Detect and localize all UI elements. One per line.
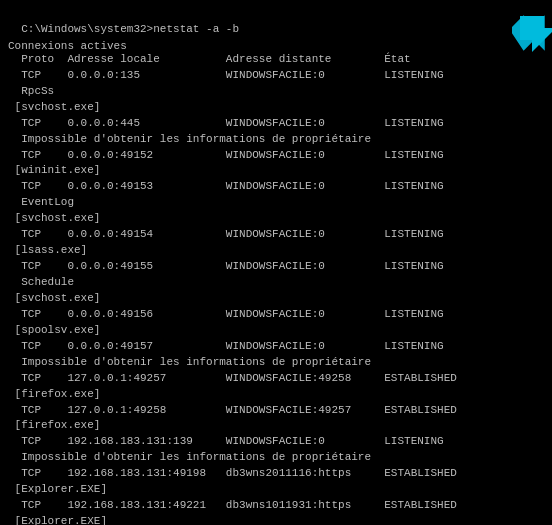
- terminal-line: Impossible d'obtenir les informations de…: [8, 450, 544, 466]
- terminal-line: [firefox.exe]: [8, 387, 544, 403]
- terminal-line: Proto Adresse locale Adresse distante Ét…: [8, 52, 544, 68]
- terminal-line: TCP 0.0.0.0:49153 WINDOWSFACILE:0 LISTEN…: [8, 179, 544, 195]
- terminal-line: Impossible d'obtenir les informations de…: [8, 132, 544, 148]
- terminal-line: TCP 0.0.0.0:49152 WINDOWSFACILE:0 LISTEN…: [8, 148, 544, 164]
- connexions-title: Connexions actives: [8, 40, 544, 52]
- terminal-line: [lsass.exe]: [8, 243, 544, 259]
- terminal-line: [svchost.exe]: [8, 291, 544, 307]
- terminal-line: TCP 192.168.183.131:49221 db3wns1011931:…: [8, 498, 544, 514]
- terminal-line: TCP 0.0.0.0:445 WINDOWSFACILE:0 LISTENIN…: [8, 116, 544, 132]
- terminal-line: [svchost.exe]: [8, 100, 544, 116]
- terminal-line: RpcSs: [8, 84, 544, 100]
- terminal-line: [wininit.exe]: [8, 163, 544, 179]
- terminal-line: EventLog: [8, 195, 544, 211]
- terminal-line: TCP 0.0.0.0:49155 WINDOWSFACILE:0 LISTEN…: [8, 259, 544, 275]
- terminal-line: [spoolsv.exe]: [8, 323, 544, 339]
- terminal-line: [Explorer.EXE]: [8, 482, 544, 498]
- terminal-line: [Explorer.EXE]: [8, 514, 544, 525]
- terminal-output: Proto Adresse locale Adresse distante Ét…: [8, 52, 544, 525]
- terminal-line: Schedule: [8, 275, 544, 291]
- terminal-line: TCP 192.168.183.131:139 WINDOWSFACILE:0 …: [8, 434, 544, 450]
- terminal-window: C:\Windows\system32>netstat -a -b: [8, 6, 544, 38]
- command-line: C:\Windows\system32>netstat -a -b: [21, 23, 239, 35]
- terminal-line: TCP 0.0.0.0:49157 WINDOWSFACILE:0 LISTEN…: [8, 339, 544, 355]
- terminal-line: [firefox.exe]: [8, 418, 544, 434]
- terminal-line: TCP 0.0.0.0:49154 WINDOWSFACILE:0 LISTEN…: [8, 227, 544, 243]
- terminal-line: TCP 0.0.0.0:49156 WINDOWSFACILE:0 LISTEN…: [8, 307, 544, 323]
- terminal-line: TCP 127.0.0.1:49257 WINDOWSFACILE:49258 …: [8, 371, 544, 387]
- terminal-line: Impossible d'obtenir les informations de…: [8, 355, 544, 371]
- terminal-line: [svchost.exe]: [8, 211, 544, 227]
- terminal-line: TCP 0.0.0.0:135 WINDOWSFACILE:0 LISTENIN…: [8, 68, 544, 84]
- terminal-line: TCP 192.168.183.131:49198 db3wns2011116:…: [8, 466, 544, 482]
- terminal-line: TCP 127.0.0.1:49258 WINDOWSFACILE:49257 …: [8, 403, 544, 419]
